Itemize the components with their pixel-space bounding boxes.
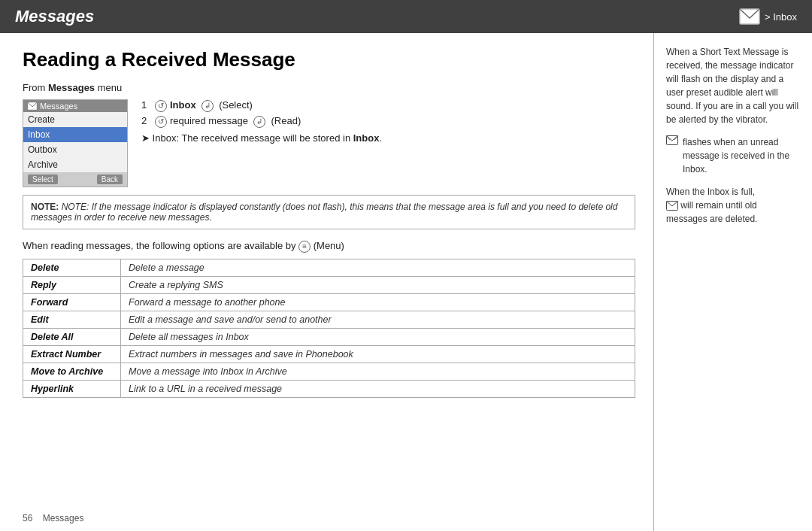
table-row: ReplyCreate a replying SMS <box>23 276 635 293</box>
breadcrumb-text: > Inbox <box>765 11 797 23</box>
table-desc: Edit a message and save and/or send to a… <box>121 311 635 328</box>
table-desc: Move a message into Inbox in Archive <box>121 363 635 380</box>
phone-select-button[interactable]: Select <box>28 174 58 184</box>
table-action: Forward <box>23 293 121 311</box>
page-heading: Reading a Received Message <box>23 48 635 71</box>
phone-menu-archive[interactable]: Archive <box>23 157 127 172</box>
table-action: Edit <box>23 311 121 328</box>
table-action: Delete <box>23 259 121 276</box>
step-2-icon: ↺ <box>155 116 167 128</box>
sidebar-envelope-icon <box>666 135 678 149</box>
phone-menu-outbox[interactable]: Outbox <box>23 142 127 157</box>
sidebar-para4: will remain until old messages are delet… <box>666 200 757 224</box>
table-row: ForwardForward a message to another phon… <box>23 293 635 311</box>
table-action: Move to Archive <box>23 363 121 380</box>
step-2-icon2: ↲ <box>253 116 265 128</box>
sidebar-para1: When a Short Text Message is received, t… <box>666 45 800 126</box>
table-desc: Delete a message <box>121 259 635 276</box>
step-1-text: Inbox ↲ (Select) <box>170 99 253 112</box>
table-row: HyperlinkLink to a URL in a received mes… <box>23 380 635 397</box>
menu-icon: ≡ <box>298 241 311 253</box>
table-row: Extract NumberExtract numbers in message… <box>23 345 635 363</box>
table-action: Extract Number <box>23 345 121 363</box>
note-box: NOTE: NOTE: If the message indicator is … <box>23 195 635 229</box>
note-text: NOTE: If the message indicator is displa… <box>31 202 617 223</box>
steps-area: 1 ↺ Inbox ↲ (Select) 2 ↺ required messag… <box>141 99 635 150</box>
phone-menu-create[interactable]: Create <box>23 112 127 127</box>
step-2-num: 2 <box>141 115 152 126</box>
sidebar: When a Short Text Message is received, t… <box>654 33 812 531</box>
pointer-line: ➤ Inbox: The received message will be st… <box>141 132 635 144</box>
from-menu-bold: Messages <box>48 82 95 93</box>
step-1: 1 ↺ Inbox ↲ (Select) <box>141 99 635 112</box>
phone-header-label: Messages <box>40 102 77 111</box>
table-row: EditEdit a message and save and/or send … <box>23 311 635 328</box>
step-1-icon2: ↲ <box>201 100 214 112</box>
table-desc: Forward a message to another phone <box>121 293 635 311</box>
header: Messages > Inbox <box>0 0 812 33</box>
table-row: DeleteDelete a message <box>23 259 635 276</box>
phone-back-button[interactable]: Back <box>97 174 123 184</box>
table-desc: Create a replying SMS <box>121 276 635 293</box>
step-2-text: required message ↲ (Read) <box>170 115 301 128</box>
phone-header: Messages <box>23 100 127 112</box>
phone-buttons: Select Back <box>23 172 127 187</box>
options-intro: When reading messages, the following opt… <box>23 240 635 253</box>
sidebar-para3: When the Inbox is full, <box>666 187 755 197</box>
step-1-icon: ↺ <box>155 100 167 112</box>
options-table: DeleteDelete a messageReplyCreate a repl… <box>23 259 635 398</box>
main-layout: Reading a Received Message From Messages… <box>0 33 812 531</box>
table-desc: Link to a URL in a received message <box>121 380 635 397</box>
step-1-num: 1 <box>141 99 152 111</box>
table-action: Hyperlink <box>23 380 121 397</box>
table-row: Move to ArchiveMove a message into Inbox… <box>23 363 635 380</box>
phone-mockup: Messages Create Inbox Outbox Archive Sel… <box>23 99 128 187</box>
table-row: Delete AllDelete all messages in Inbox <box>23 328 635 345</box>
sidebar-inbox-full: When the Inbox is full, will remain unti… <box>666 185 800 226</box>
table-action: Reply <box>23 276 121 293</box>
phone-menu-inbox[interactable]: Inbox <box>23 127 127 142</box>
footer: 56 Messages <box>23 513 83 523</box>
content-area: Reading a Received Message From Messages… <box>0 33 654 531</box>
table-desc: Extract numbers in messages and save in … <box>121 345 635 363</box>
table-desc: Delete all messages in Inbox <box>121 328 635 345</box>
step-2: 2 ↺ required message ↲ (Read) <box>141 115 635 128</box>
sidebar-flash-text: flashes when an unread message is receiv… <box>683 135 800 176</box>
phone-messages-icon <box>28 102 37 110</box>
footer-section: Messages <box>43 513 84 523</box>
header-title: Messages <box>15 7 94 26</box>
breadcrumb: > Inbox <box>739 8 797 25</box>
sidebar-flash-note: flashes when an unread message is receiv… <box>666 135 800 176</box>
envelope-icon <box>739 8 760 25</box>
footer-page-num: 56 <box>23 513 32 523</box>
table-action: Delete All <box>23 328 121 345</box>
from-menu-text: From Messages menu <box>23 82 635 93</box>
